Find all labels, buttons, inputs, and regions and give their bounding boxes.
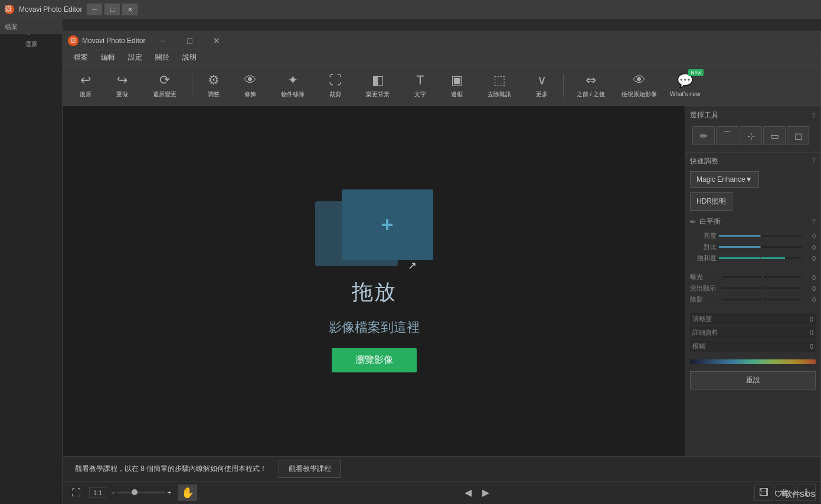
- inner-minimize-button[interactable]: ─: [149, 31, 176, 50]
- hand-tool-button[interactable]: ✋: [178, 485, 197, 501]
- adjust-tool-icon: ⚙: [208, 73, 220, 88]
- saturation-track[interactable]: [719, 257, 802, 259]
- denoise-tool-button[interactable]: ⬚ 去除雜訊: [476, 68, 523, 103]
- highlight-label: 突出顯示: [690, 284, 719, 293]
- contrast-track[interactable]: [719, 246, 802, 248]
- color-bar-section: [685, 357, 820, 366]
- menu-edit[interactable]: 編輯: [95, 50, 121, 65]
- brightness-label: 亮度: [690, 231, 717, 240]
- revert-tool-button[interactable]: ⟳ 還原變更: [141, 68, 188, 103]
- watch-tutorial-button[interactable]: 觀看教學課程: [279, 460, 341, 478]
- preview-icon: 👁: [633, 73, 646, 88]
- saturation-fill: [719, 257, 785, 259]
- hdr-button[interactable]: HDR照明: [690, 192, 732, 211]
- inner-close-button[interactable]: ✕: [203, 31, 230, 50]
- retouch-tool-button[interactable]: 👁 修飾: [233, 68, 268, 103]
- brush-tool[interactable]: ✏: [692, 126, 715, 145]
- crop-tool-label: 裁剪: [329, 90, 341, 99]
- outer-window: 🖼 Movavi Photo Editor ─ □ ✕ ↩ 還原 檔案 🖼 Mo…: [0, 0, 821, 504]
- exposure-value: 0: [804, 274, 816, 281]
- eraser-icon: ◻: [794, 130, 802, 142]
- text-tool-button[interactable]: T 文字: [403, 68, 438, 103]
- canvas-area: 🖼 + ↗ 拖放 影像檔案到這裡 瀏覽影像: [63, 106, 685, 456]
- next-icon: ▶: [482, 487, 489, 498]
- next-button[interactable]: ▶: [477, 485, 494, 501]
- before-after-button[interactable]: ⇔ 之前 / 之後: [567, 68, 614, 103]
- outer-minimize-button[interactable]: ─: [87, 4, 102, 15]
- white-balance-section: ✏ 白平衡 ? 亮度 0: [685, 213, 820, 269]
- reset-button[interactable]: 重設: [690, 371, 816, 390]
- shadow-track[interactable]: [722, 299, 802, 300]
- saturation-value: 0: [804, 255, 816, 262]
- prev-button[interactable]: ◀: [460, 485, 476, 501]
- lasso-tool[interactable]: ⌒: [716, 126, 738, 145]
- erase-tool-button[interactable]: ✦ 物件移除: [269, 68, 316, 103]
- cursor-icon: ↗: [408, 259, 417, 272]
- revert-tool-icon: ⟳: [159, 73, 170, 88]
- fullscreen-button[interactable]: ⛶: [68, 485, 84, 501]
- menu-help[interactable]: 說明: [176, 50, 202, 65]
- outer-menu-file[interactable]: 檔案: [2, 22, 20, 31]
- detail-row: 詳細資料 0: [690, 326, 816, 339]
- prev-icon: ◀: [465, 487, 472, 498]
- brightness-track[interactable]: [719, 235, 802, 237]
- detail-section: 清晰度 0 詳細資料 0 模糊 0: [685, 310, 820, 356]
- preview-label: 檢視原始影像: [622, 90, 657, 99]
- menu-file[interactable]: 檔案: [68, 50, 94, 65]
- erase-tool-label: 物件移除: [281, 90, 305, 99]
- drop-text-main: 拖放: [352, 278, 397, 307]
- frame-tool-label: 邊框: [451, 90, 463, 99]
- notification-text: 觀看教學課程，以在 8 個簡單的步驟內瞭解如何使用本程式！: [75, 464, 267, 474]
- whats-new-button[interactable]: New 💬 What's new: [664, 68, 706, 103]
- undo-tool-icon: ↩: [80, 73, 91, 88]
- bg-tool-button[interactable]: ◧ 樂更背景: [354, 68, 401, 103]
- retouch-tool-label: 修飾: [244, 90, 256, 99]
- adjust-tool-button[interactable]: ⚙ 調整: [196, 68, 231, 103]
- before-after-icon: ⇔: [586, 73, 596, 88]
- zoom-slider[interactable]: [117, 492, 165, 493]
- outer-close-button[interactable]: ✕: [122, 4, 138, 15]
- more-tool-button[interactable]: ∨ 更多: [524, 68, 560, 103]
- browse-button[interactable]: 瀏覽影像: [332, 348, 417, 372]
- inner-window: 🖼 Movavi Photo Editor ─ □ ✕ 檔案 編輯 設定 關於 …: [63, 31, 821, 503]
- inner-maximize-button[interactable]: □: [176, 31, 203, 50]
- selection-tools-title: 選擇工具 ?: [690, 110, 816, 120]
- exposure-slider-row: 曝光 0: [690, 273, 816, 282]
- menu-about[interactable]: 關於: [149, 50, 175, 65]
- contrast-value: 0: [804, 244, 816, 251]
- wb-help-icon[interactable]: ?: [812, 218, 816, 226]
- detail-label: 詳細資料: [692, 328, 802, 337]
- crop-tool-button[interactable]: ⛶ 裁剪: [318, 68, 353, 103]
- drop-text-sub: 影像檔案到這裡: [329, 319, 420, 336]
- notification-bar: 觀看教學課程，以在 8 個簡單的步驟內瞭解如何使用本程式！ 觀看教學課程: [63, 456, 820, 481]
- more-tool-icon: ∨: [537, 73, 547, 88]
- color-bar: [690, 359, 816, 364]
- magic-enhance-dropdown-icon: ▼: [745, 175, 753, 184]
- rect-tool[interactable]: ▭: [763, 126, 786, 145]
- eyedrop-tool[interactable]: ⊹: [740, 126, 762, 145]
- eraser-tool[interactable]: ◻: [787, 126, 809, 145]
- zoom-1to1-button[interactable]: 1:1: [89, 487, 106, 498]
- redo-tool-button[interactable]: ↪ 重做: [104, 68, 140, 103]
- outer-menu-bar: 檔案: [0, 19, 63, 34]
- highlight-track[interactable]: [722, 287, 802, 289]
- selection-help-icon[interactable]: ?: [812, 112, 816, 120]
- brightness-value: 0: [804, 233, 816, 240]
- undo-tool-button[interactable]: ↩ 復原: [68, 68, 103, 103]
- inner-title-text: Movavi Photo Editor: [82, 37, 145, 45]
- before-after-label: 之前 / 之後: [577, 90, 605, 99]
- zoom-in-icon[interactable]: +: [167, 489, 171, 497]
- brightness-fill: [719, 235, 760, 237]
- text-tool-label: 文字: [414, 90, 426, 99]
- outer-maximize-button[interactable]: □: [104, 4, 120, 15]
- quick-adjust-help-icon[interactable]: ?: [812, 156, 816, 166]
- exposure-track[interactable]: [722, 276, 802, 278]
- magic-enhance-button[interactable]: Magic Enhance ▼: [690, 171, 759, 188]
- filmstrip-button[interactable]: 🎞: [754, 485, 773, 501]
- preview-button[interactable]: 👁 檢視原始影像: [616, 68, 663, 103]
- menu-settings[interactable]: 設定: [122, 50, 148, 65]
- zoom-out-icon[interactable]: −: [111, 489, 115, 497]
- redo-tool-icon: ↪: [117, 73, 127, 88]
- frame-tool-button[interactable]: ▣ 邊框: [439, 68, 475, 103]
- shadow-value: 0: [804, 296, 816, 303]
